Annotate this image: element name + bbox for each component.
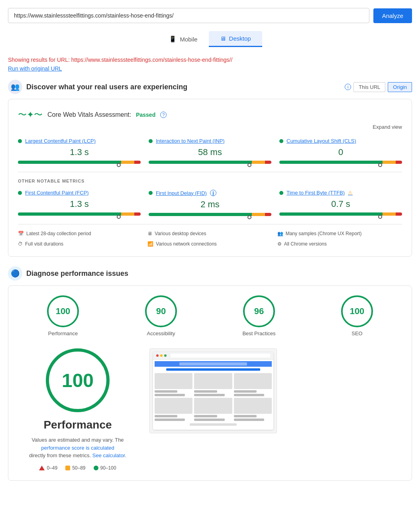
results-url-text: Showing results for URL: https://www.sta…	[8, 57, 412, 63]
product-thumb-5	[194, 398, 232, 421]
real-users-title: Discover what your real users are experi…	[26, 83, 187, 91]
page-screenshot-thumbnail	[149, 348, 277, 433]
desktop-devices-icon: 🖥	[147, 231, 152, 236]
browser-close-dot	[156, 354, 159, 357]
screenshot-content	[150, 349, 277, 433]
metric-inp-dot	[149, 139, 153, 143]
diagnose-card: 100 Performance 90 Accessibility 96 Best…	[8, 285, 412, 481]
metric-ttfb-label[interactable]: Time to First Byte (TTFB) ⚠	[279, 190, 402, 196]
diagnose-section-header: 🔵 Diagnose performance issues	[8, 266, 412, 281]
diagnose-title: Diagnose performance issues	[26, 269, 128, 278]
big-score-section: 100 Performance Values are estimated and…	[18, 348, 402, 471]
browser-mockup	[153, 352, 273, 430]
diagnose-icon: 🔵	[8, 266, 22, 281]
see-calculator-link[interactable]: See calculator	[92, 452, 125, 458]
score-circle-seo: 100	[341, 295, 373, 327]
metric-fid-label[interactable]: First Input Delay (FID) ℹ	[149, 190, 271, 196]
legend-green: 90–100	[94, 465, 116, 471]
metric-fid-value: 2 ms	[149, 199, 271, 210]
url-input[interactable]	[8, 8, 369, 23]
tab-desktop[interactable]: 🖥 Desktop	[209, 31, 262, 47]
metric-fid-bar	[149, 213, 271, 216]
footer-network: 📶 Various network connections	[147, 241, 272, 247]
browser-chrome-bar	[153, 352, 273, 360]
chrome-icon: ⚙	[277, 241, 282, 247]
users-icon: 👥	[277, 231, 283, 236]
metric-cls-value: 0	[279, 147, 402, 157]
metric-lcp: Largest Contentful Paint (LCP) 1.3 s	[18, 138, 141, 164]
other-metrics-grid: First Contentful Paint (FCP) 1.3 s First…	[18, 190, 402, 216]
browser-min-dot	[160, 354, 163, 357]
scores-grid: 100 Performance 90 Accessibility 96 Best…	[18, 295, 402, 336]
metric-ttfb-dot	[279, 191, 283, 195]
legend-orange: 50–89	[65, 465, 85, 471]
browser-address-bar	[171, 354, 270, 358]
ttfb-warning-icon: ⚠	[348, 190, 353, 196]
footer-collection-period: 📅 Latest 28-day collection period	[18, 231, 143, 236]
metric-fcp-value: 1.3 s	[18, 199, 141, 209]
products-grid-thumb	[155, 373, 272, 421]
product-thumb-4	[155, 398, 192, 421]
cwv-status: Passed	[136, 112, 155, 118]
footer-visit-durations: ⏱ Full visit durations	[18, 241, 143, 247]
score-performance: 100 Performance	[47, 295, 79, 336]
metric-cls-dot	[279, 139, 283, 143]
tab-mobile[interactable]: 📱 Mobile	[158, 31, 208, 47]
metric-lcp-label[interactable]: Largest Contentful Paint (LCP)	[18, 138, 141, 144]
cwv-info-icon[interactable]: ?	[160, 112, 167, 118]
legend-red-icon	[39, 466, 45, 470]
big-score-title: Performance	[43, 419, 112, 431]
score-seo: 100 SEO	[341, 295, 373, 336]
score-circle-accessibility: 90	[145, 295, 177, 327]
cwv-title: Core Web Vitals Assessment:	[47, 111, 131, 118]
performance-score-link[interactable]: performance score is calculated	[41, 445, 114, 451]
big-score-desc: Values are estimated and may vary. The p…	[22, 436, 133, 460]
footer-samples: 👥 Many samples (Chrome UX Report)	[277, 231, 402, 236]
real-users-controls: i This URL Origin	[345, 82, 412, 92]
score-label-best-practices: Best Practices	[242, 330, 275, 336]
footer-info: 📅 Latest 28-day collection period 🖥 Vari…	[18, 224, 402, 247]
score-legend: 0–49 50–89 90–100	[39, 465, 116, 471]
metric-cls: Cumulative Layout Shift (CLS) 0	[279, 138, 402, 164]
metric-fcp: First Contentful Paint (FCP) 1.3 s	[18, 190, 141, 216]
big-score-left: 100 Performance Values are estimated and…	[18, 348, 137, 471]
score-best-practices: 96 Best Practices	[242, 295, 275, 336]
metric-fid: First Input Delay (FID) ℹ 2 ms	[149, 190, 271, 216]
browser-max-dot	[164, 354, 167, 357]
nav-placeholder	[179, 362, 247, 366]
product-heading-bar	[166, 368, 260, 371]
metric-fid-dot	[149, 191, 153, 195]
metric-inp-value: 58 ms	[149, 147, 271, 157]
metric-cls-label[interactable]: Cumulative Layout Shift (CLS)	[279, 138, 402, 144]
real-users-info-icon[interactable]: i	[345, 84, 351, 90]
product-thumb-6	[234, 398, 272, 421]
this-url-button[interactable]: This URL	[353, 82, 385, 92]
metric-fid-info-icon[interactable]: ℹ	[210, 190, 216, 196]
metric-ttfb-value: 0.7 s	[279, 199, 402, 209]
device-tab-group: 📱 Mobile 🖥 Desktop	[8, 31, 412, 47]
other-metrics-label: OTHER NOTABLE METRICS	[18, 172, 402, 183]
score-circle-best-practices: 96	[243, 295, 275, 327]
run-original-link[interactable]: Run with original URL	[8, 65, 412, 72]
browser-page-content	[153, 360, 273, 430]
metric-inp: Interaction to Next Paint (INP) 58 ms	[149, 138, 271, 164]
metric-ttfb-bar	[279, 212, 402, 216]
real-users-section-header: 👥 Discover what your real users are expe…	[8, 80, 412, 94]
score-label-performance: Performance	[48, 330, 78, 336]
cwv-icon: 〜✦〜	[18, 109, 43, 121]
page-nav-bar	[155, 361, 272, 367]
origin-button[interactable]: Origin	[388, 82, 412, 92]
footer-chrome-versions: ⚙ All Chrome versions	[277, 241, 402, 247]
analyze-button[interactable]: Analyze	[373, 8, 412, 23]
main-metrics-grid: Largest Contentful Paint (LCP) 1.3 s Int…	[18, 138, 402, 164]
expand-view-link[interactable]: Expand view	[18, 124, 402, 130]
mobile-icon: 📱	[169, 35, 177, 43]
score-circle-performance: 100	[47, 295, 79, 327]
real-users-icon: 👥	[8, 80, 22, 94]
metric-inp-bar	[149, 161, 271, 164]
core-web-vitals-card: 〜✦〜 Core Web Vitals Assessment: Passed ?…	[8, 99, 412, 257]
legend-green-icon	[94, 466, 98, 470]
metric-inp-label[interactable]: Interaction to Next Paint (INP)	[149, 138, 271, 144]
score-accessibility: 90 Accessibility	[145, 295, 177, 336]
metric-fcp-label[interactable]: First Contentful Paint (FCP)	[18, 190, 141, 196]
